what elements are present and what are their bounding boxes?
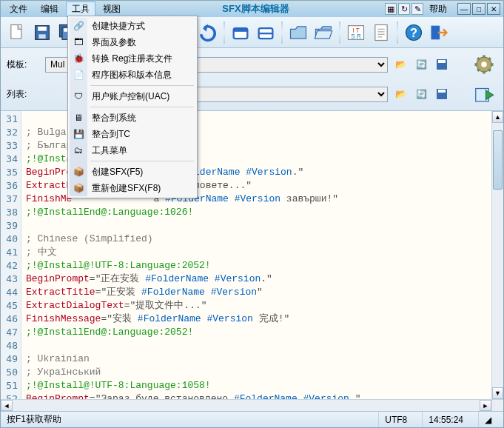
window-title: SFX脚本编辑器	[127, 2, 385, 16]
help-button[interactable]: ?	[402, 20, 426, 45]
shortcut-icon: 🔗	[73, 20, 84, 32]
tc-icon: 💾	[73, 128, 84, 140]
menu-item-sys[interactable]: 🖥整合到系统	[70, 110, 195, 126]
tools-dropdown: 🔗创建快捷方式🗔界面及参数🐞转换 Reg注册表文件📄程序图标和版本信息🛡用户账户…	[67, 16, 198, 198]
svg-rect-15	[234, 28, 248, 32]
menu-item-label: 整合到系统	[92, 112, 136, 124]
titlebar: 文件 编辑 工具 视图 SFX脚本编辑器 ▦ ↻ ✎ 帮助 — □ ✕	[1, 1, 503, 17]
menu-item-shortcut[interactable]: 🔗创建快捷方式	[70, 18, 195, 34]
code-line[interactable]: ;!@Install@!UTF-8:Language:1058!	[26, 379, 487, 392]
status-encoding: UTF8	[378, 412, 413, 427]
line-gutter: 3132333435363738394041424344454647484950…	[1, 111, 21, 399]
uac-icon: 🛡	[73, 90, 84, 102]
code-line[interactable]: ExtractTitle="正安装 #FolderName #Version"	[26, 286, 487, 299]
menu-item-sfx[interactable]: 📦创建SFX(F5)	[70, 164, 195, 180]
code-line[interactable]: ;!@InstallEnd@:Language:2052!	[26, 326, 487, 339]
code-line[interactable]: BeginPrompt="正在安装 #FolderName #Version."	[26, 272, 487, 286]
scroll-up-arrow[interactable]: ▲	[492, 111, 503, 123]
folder-button[interactable]	[286, 20, 310, 45]
sys-icon: 🖥	[73, 112, 84, 124]
code-line[interactable]: ExtractDialogText="提取文件中..."	[26, 299, 487, 312]
scroll-down-arrow[interactable]: ▼	[492, 387, 503, 399]
code-line[interactable]	[26, 219, 487, 233]
menu-item-label: 重新创建SFX(F8)	[92, 182, 161, 195]
menu-item-uac[interactable]: 🛡用户账户控制(UAC)	[70, 88, 195, 104]
list-refresh-icon[interactable]: 🔄	[413, 86, 429, 102]
menu-item-label: 创建SFX(F5)	[92, 166, 143, 178]
menu-tools[interactable]: 工具	[66, 1, 95, 17]
svg-rect-20	[375, 24, 387, 40]
svg-point-27	[481, 61, 487, 67]
exit-button[interactable]	[427, 20, 451, 45]
svg-rect-3	[38, 34, 45, 39]
code-line[interactable]: ; Chinese (Simplified)	[26, 233, 487, 246]
svg-text:?: ?	[410, 25, 417, 39]
svg-rect-25	[438, 60, 446, 63]
code-line[interactable]: ;!@Install@!UTF-8:Language:2052!	[26, 259, 487, 272]
run-button[interactable]	[471, 81, 497, 107]
folder-open-button[interactable]	[312, 20, 335, 45]
code-line[interactable]	[26, 339, 487, 352]
code-line[interactable]: ; Український	[26, 366, 487, 379]
menu-help[interactable]: 帮助	[429, 3, 447, 16]
reg-icon: 🐞	[73, 53, 84, 64]
menu-edit[interactable]: 编辑	[35, 1, 64, 17]
template-save-icon[interactable]	[434, 56, 450, 73]
status-time: 14:55:24	[422, 412, 469, 427]
archive-button-2[interactable]	[254, 20, 278, 45]
list-open-icon[interactable]: 📂	[392, 86, 409, 102]
menu-item-label: 创建快捷方式	[92, 20, 145, 33]
new-file-button[interactable]	[5, 20, 29, 45]
svg-rect-2	[38, 26, 47, 30]
close-button[interactable]: ✕	[487, 3, 500, 15]
menu-item-info[interactable]: 📄程序图标和版本信息	[70, 67, 195, 83]
document-button[interactable]	[369, 20, 393, 45]
code-line[interactable]: ; Ukrainian	[26, 352, 487, 366]
code-line[interactable]: ; 中文	[26, 246, 487, 259]
template-path-select[interactable]	[181, 57, 388, 73]
scroll-thumb[interactable]	[493, 130, 503, 190]
template-label: 模板:	[7, 58, 41, 71]
scroll-left-arrow[interactable]: ◄	[1, 400, 13, 411]
menu-item-resfx[interactable]: 📦重新创建SFX(F8)	[70, 180, 195, 196]
menu-item-label: 界面及参数	[92, 36, 136, 49]
titlebar-icon-1[interactable]: ▦	[385, 3, 397, 15]
save-button[interactable]	[30, 20, 54, 45]
code-line[interactable]: ;!@InstallEnd@:Language:1026!	[26, 206, 487, 219]
code-line[interactable]: FinishMessage="安装 #FolderName #Version 完…	[26, 312, 487, 326]
vertical-scrollbar[interactable]: ▲ ▼	[491, 111, 503, 399]
list-label: 列表:	[7, 88, 41, 101]
svg-rect-29	[438, 90, 446, 93]
status-hint: 按F1获取帮助	[7, 413, 61, 426]
menu-file[interactable]: 文件	[4, 1, 33, 17]
ui-icon: 🗔	[73, 36, 84, 48]
status-resize-grip[interactable]: ◢	[478, 412, 497, 427]
template-refresh-icon[interactable]: 🔄	[413, 56, 429, 73]
list-save-icon[interactable]	[434, 86, 450, 102]
menu-item-label: 工具菜单	[92, 144, 127, 157]
minimize-button[interactable]: —	[457, 3, 471, 15]
resfx-icon: 📦	[73, 182, 84, 194]
its-button[interactable]: I TS R	[344, 20, 368, 45]
template-open-icon[interactable]: 📂	[392, 56, 409, 73]
redo-button[interactable]	[196, 20, 220, 45]
menubar: 文件 编辑 工具 视图	[4, 1, 127, 17]
menu-item-reg[interactable]: 🐞转换 Reg注册表文件	[70, 50, 195, 67]
menu-item-ui[interactable]: 🗔界面及参数	[70, 34, 195, 50]
menu-item-tools[interactable]: 🗂工具菜单	[70, 142, 195, 158]
list-path-select[interactable]	[181, 87, 388, 102]
titlebar-icon-3[interactable]: ✎	[411, 3, 423, 15]
menu-view[interactable]: 视图	[97, 1, 127, 17]
sfx-icon: 📦	[73, 166, 84, 178]
svg-text:S R: S R	[351, 33, 361, 40]
code-line[interactable]: BeginPrompt="Зараз буде встановлено #Fol…	[26, 392, 487, 399]
info-icon: 📄	[73, 69, 84, 81]
scroll-right-arrow[interactable]: ►	[480, 400, 491, 411]
menu-item-label: 程序图标和版本信息	[92, 69, 172, 81]
menu-item-tc[interactable]: 💾整合到TC	[70, 126, 195, 142]
titlebar-icon-2[interactable]: ↻	[398, 3, 410, 15]
horizontal-scrollbar[interactable]: ◄ ►	[1, 399, 503, 411]
maximize-button[interactable]: □	[472, 3, 485, 15]
archive-button-1[interactable]	[229, 20, 252, 45]
settings-gear-icon[interactable]	[471, 51, 497, 78]
